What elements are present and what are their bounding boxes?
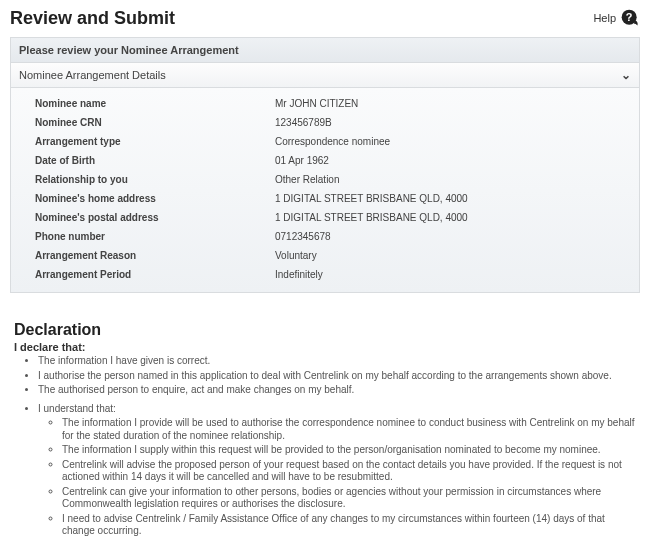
label: Nominee name (19, 98, 255, 109)
help-icon: ? (620, 8, 640, 28)
label: Arrangement Period (19, 269, 255, 280)
help-label: Help (593, 12, 616, 24)
row-postal-address: Nominee's postal address 1 DIGITAL STREE… (15, 208, 635, 227)
row-nominee-name: Nominee name Mr JOHN CITIZEN (15, 94, 635, 113)
row-period: Arrangement Period Indefinitely (15, 265, 635, 284)
value: Voluntary (275, 250, 317, 261)
review-banner: Please review your Nominee Arrangement (11, 38, 639, 63)
label: Nominee's postal address (19, 212, 255, 223)
value: 01 Apr 1962 (275, 155, 329, 166)
accept-row: I accept this declaration (18, 548, 640, 552)
declaration-list: The information I have given is correct.… (38, 355, 640, 397)
value: 0712345678 (275, 231, 331, 242)
label: Date of Birth (19, 155, 255, 166)
row-nominee-crn: Nominee CRN 123456789B (15, 113, 635, 132)
label: Arrangement type (19, 136, 255, 147)
label: Nominee's home address (19, 193, 255, 204)
list-item: Centrelink can give your information to … (62, 486, 640, 511)
label: Arrangement Reason (19, 250, 255, 261)
accordion-nominee-details[interactable]: Nominee Arrangement Details ⌄ (11, 63, 639, 88)
label: Relationship to you (19, 174, 255, 185)
help-link[interactable]: Help ? (593, 8, 640, 28)
declaration-subheading: I declare that: (14, 341, 640, 353)
accordion-title: Nominee Arrangement Details (19, 69, 166, 81)
understand-intro: I understand that: (38, 403, 116, 414)
list-item: The information I provide will be used t… (62, 417, 640, 442)
value: 1 DIGITAL STREET BRISBANE QLD, 4000 (275, 212, 468, 223)
value: Other Relation (275, 174, 339, 185)
value: 123456789B (275, 117, 332, 128)
list-item-understand: I understand that: The information I pro… (38, 403, 640, 538)
value: Mr JOHN CITIZEN (275, 98, 358, 109)
chevron-down-icon: ⌄ (621, 68, 631, 82)
list-item: The information I supply within this req… (62, 444, 640, 457)
row-phone: Phone number 0712345678 (15, 227, 635, 246)
label: Phone number (19, 231, 255, 242)
label: Nominee CRN (19, 117, 255, 128)
row-home-address: Nominee's home address 1 DIGITAL STREET … (15, 189, 635, 208)
review-panel: Please review your Nominee Arrangement N… (10, 37, 640, 293)
value: Indefinitely (275, 269, 323, 280)
value: 1 DIGITAL STREET BRISBANE QLD, 4000 (275, 193, 468, 204)
details-section: Nominee name Mr JOHN CITIZEN Nominee CRN… (11, 88, 639, 292)
declaration-title: Declaration (14, 321, 640, 339)
header: Review and Submit Help ? (10, 8, 640, 35)
row-dob: Date of Birth 01 Apr 1962 (15, 151, 635, 170)
svg-text:?: ? (626, 11, 633, 23)
list-item: I authorise the person named in this app… (38, 370, 640, 383)
understand-list: I understand that: The information I pro… (38, 403, 640, 538)
page-title: Review and Submit (10, 8, 175, 29)
value: Correspondence nominee (275, 136, 390, 147)
list-item: The authorised person to enquire, act an… (38, 384, 640, 397)
list-item: I need to advise Centrelink / Family Ass… (62, 513, 640, 538)
list-item: The information I have given is correct. (38, 355, 640, 368)
page: Review and Submit Help ? Please review y… (0, 0, 650, 551)
row-relationship: Relationship to you Other Relation (15, 170, 635, 189)
list-item: Centrelink will advise the proposed pers… (62, 459, 640, 484)
row-reason: Arrangement Reason Voluntary (15, 246, 635, 265)
row-arrangement-type: Arrangement type Correspondence nominee (15, 132, 635, 151)
understand-nested-list: The information I provide will be used t… (62, 417, 640, 538)
